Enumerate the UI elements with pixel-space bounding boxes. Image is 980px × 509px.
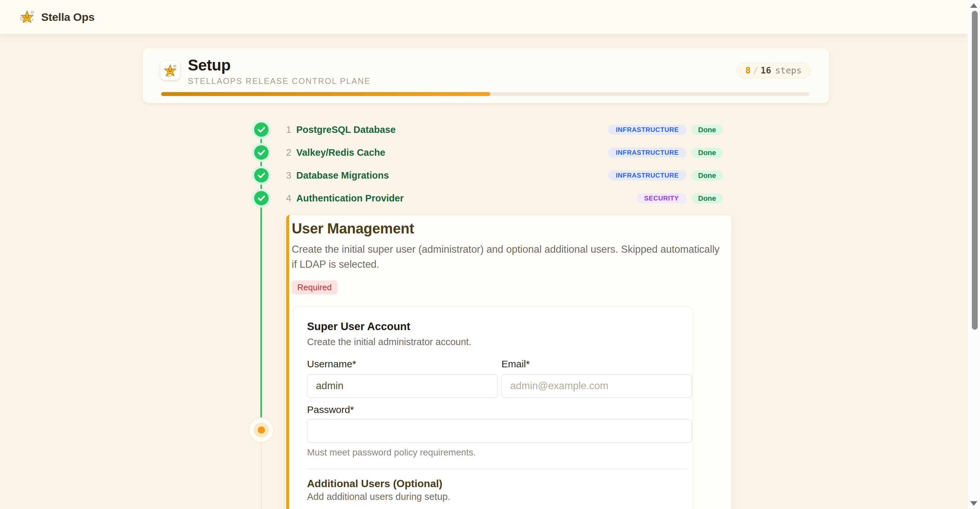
step-status-badge: Done: [692, 125, 722, 135]
step-number: 2: [283, 147, 291, 158]
scrollbar-up-arrow-icon[interactable]: [970, 3, 977, 8]
steps-progress-badge: 8/16steps: [737, 63, 810, 78]
steps-total-count: 16: [760, 65, 771, 75]
step-category-badge: SECURITY: [637, 193, 686, 203]
super-user-title: Super User Account: [307, 320, 692, 333]
brand-title: Stella Ops: [41, 11, 94, 24]
check-circle-icon: [254, 191, 269, 205]
step-row-auth-provider[interactable]: 4 Authentication Provider SECURITY Done: [254, 191, 722, 205]
step-title: Valkey/Redis Cache: [296, 147, 385, 158]
additional-users-title: Additional Users (Optional): [307, 478, 692, 490]
app-window: Stella Ops Setup STELLAOPS RELEASE CONTR…: [0, 0, 980, 509]
stellaops-logo-icon: [19, 10, 35, 24]
setup-header-card: Setup STELLAOPS RELEASE CONTROL PLANE 8/…: [143, 48, 829, 103]
additional-users-subtitle: Add additional users during setup.: [307, 492, 692, 502]
steps-done-count: 8: [745, 65, 751, 75]
setup-logo-star-icon: [163, 63, 178, 78]
progress-bar-track: [161, 92, 809, 96]
step-number: 4: [283, 193, 291, 204]
email-label: Email*: [501, 358, 692, 370]
super-user-card: Super User Account Create the initial ad…: [293, 306, 693, 509]
top-bar: Stella Ops: [0, 0, 967, 34]
step-row-postgresql[interactable]: 1 PostgreSQL Database INFRASTRUCTURE Don…: [254, 122, 722, 137]
steps-label: steps: [775, 65, 802, 75]
scrollbar-thumb[interactable]: [972, 11, 978, 330]
check-circle-icon: [254, 122, 269, 137]
check-circle-icon: [254, 168, 269, 182]
step-category-badge: INFRASTRUCTURE: [608, 125, 686, 135]
username-label: Username*: [307, 358, 498, 370]
progress-bar-fill: [161, 92, 490, 96]
setup-logo: [161, 61, 180, 80]
password-input[interactable]: [307, 419, 692, 443]
step-title: Authentication Provider: [296, 193, 404, 204]
password-helper-text: Must meet password policy requirements.: [307, 447, 692, 458]
required-badge: Required: [292, 281, 337, 295]
password-label: Password*: [307, 404, 692, 415]
page-subtitle: STELLAOPS RELEASE CONTROL PLANE: [188, 76, 371, 86]
step-row-db-migrations[interactable]: 3 Database Migrations INFRASTRUCTURE Don…: [254, 168, 722, 182]
section-divider: [307, 469, 687, 469]
scrollbar-down-arrow-icon[interactable]: [970, 501, 977, 506]
steps-separator: /: [751, 65, 760, 75]
email-input[interactable]: [501, 374, 692, 398]
header-text: Setup STELLAOPS RELEASE CONTROL PLANE: [188, 57, 371, 86]
step-category-badge: INFRASTRUCTURE: [608, 147, 686, 158]
step-row-valkey-redis[interactable]: 2 Valkey/Redis Cache INFRASTRUCTURE Done: [254, 145, 722, 160]
step-category-badge: INFRASTRUCTURE: [608, 170, 686, 181]
setup-page: Setup STELLAOPS RELEASE CONTROL PLANE 8/…: [0, 34, 967, 509]
username-input[interactable]: [307, 374, 498, 398]
step-number: 1: [283, 124, 291, 135]
step-status-badge: Done: [692, 193, 722, 203]
scrollbar[interactable]: [967, 0, 980, 509]
credentials-grid: Username* Email*: [307, 358, 692, 398]
user-management-panel: User Management Create the initial super…: [286, 215, 732, 509]
step-status-badge: Done: [692, 147, 722, 158]
section-description: Create the initial super user (administr…: [292, 242, 726, 272]
step-title: Database Migrations: [296, 170, 389, 181]
section-title: User Management: [292, 220, 732, 237]
step-number: 3: [283, 170, 291, 181]
page-title: Setup: [188, 57, 371, 74]
step-status-badge: Done: [692, 170, 722, 181]
super-user-subtitle: Create the initial administrator account…: [307, 337, 692, 347]
step-title: PostgreSQL Database: [296, 124, 396, 135]
check-circle-icon: [254, 145, 269, 160]
